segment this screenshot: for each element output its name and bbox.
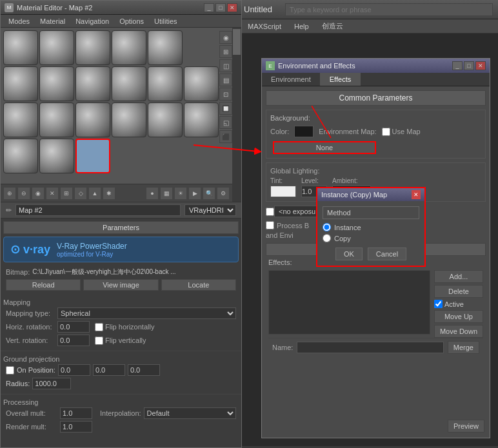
- ground-on-checkbox[interactable]: [6, 366, 14, 375]
- menu-options[interactable]: Options: [114, 16, 149, 26]
- reload-button[interactable]: Reload: [6, 279, 81, 291]
- ground-x[interactable]: [58, 364, 90, 376]
- tb-get-material[interactable]: ⊕: [3, 187, 16, 200]
- instance-radio[interactable]: [323, 223, 331, 231]
- bg-menu-help[interactable]: Help: [288, 21, 315, 32]
- tb-put-assign[interactable]: ◉: [32, 187, 45, 200]
- move-down-button[interactable]: Move Down: [434, 325, 483, 338]
- sphere-preview-13[interactable]: [184, 66, 219, 101]
- sphere-preview-5[interactable]: [148, 30, 183, 65]
- tb-sphere[interactable]: ●: [146, 187, 159, 200]
- sphere-preview-9[interactable]: [75, 66, 110, 101]
- radius-input[interactable]: [32, 378, 71, 389]
- process-bg-checkbox[interactable]: [266, 221, 274, 229]
- tb-unique[interactable]: ◇: [74, 187, 87, 200]
- tb-pick[interactable]: ✱: [103, 187, 115, 200]
- instance-close-button[interactable]: ✕: [412, 190, 421, 199]
- sphere-preview-7[interactable]: [3, 66, 38, 101]
- preview-button[interactable]: Preview: [448, 420, 484, 433]
- env-close[interactable]: ✕: [475, 61, 486, 70]
- ground-y[interactable]: [93, 364, 125, 376]
- minimize-button[interactable]: _: [204, 3, 214, 12]
- sphere-preview-15[interactable]: [39, 102, 74, 137]
- sphere-preview-2[interactable]: [39, 30, 74, 65]
- sphere-preview-14[interactable]: [3, 102, 38, 137]
- sphere-preview-22[interactable]: [39, 139, 74, 173]
- flip-v-checkbox[interactable]: [95, 336, 103, 345]
- menu-modes[interactable]: Modes: [3, 16, 35, 26]
- menu-material[interactable]: Material: [35, 16, 70, 26]
- delete-button[interactable]: Delete: [434, 285, 483, 298]
- gl-tint-swatch[interactable]: [270, 186, 296, 197]
- active-checkbox[interactable]: [434, 300, 443, 308]
- exposure-checkbox[interactable]: [266, 208, 274, 216]
- ground-z[interactable]: [128, 364, 160, 376]
- menu-utilities[interactable]: Utilities: [149, 16, 182, 26]
- locate-button[interactable]: Locate: [161, 279, 236, 291]
- side-icon-5[interactable]: ⊡: [219, 88, 232, 101]
- render-input[interactable]: [60, 421, 92, 433]
- color-swatch[interactable]: [294, 126, 314, 137]
- material-name-input[interactable]: [15, 204, 181, 216]
- interp-select[interactable]: Default: [144, 407, 236, 419]
- bg-search-input[interactable]: [285, 3, 493, 16]
- sphere-preview-21[interactable]: [3, 139, 38, 173]
- bg-menu-maxscript[interactable]: MAXScript: [241, 21, 288, 32]
- mapping-type-select[interactable]: Spherical: [57, 307, 236, 319]
- sphere-preview-19[interactable]: [148, 102, 183, 137]
- horiz-input[interactable]: [57, 321, 90, 333]
- renderer-dropdown[interactable]: VRayHDRI: [184, 204, 236, 216]
- flip-h-checkbox[interactable]: [95, 323, 103, 331]
- view-image-button[interactable]: View image: [83, 279, 158, 291]
- env-minimize[interactable]: _: [452, 61, 463, 70]
- preview-scrollbar[interactable]: [232, 28, 241, 202]
- sphere-preview-17[interactable]: [112, 102, 146, 137]
- sphere-preview-11[interactable]: [148, 66, 183, 101]
- close-button[interactable]: ✕: [227, 3, 237, 12]
- tab-effects[interactable]: Effects: [321, 73, 361, 86]
- overall-input[interactable]: [60, 407, 92, 419]
- sphere-preview-20[interactable]: [184, 102, 219, 137]
- merge-button[interactable]: Merge: [448, 341, 479, 354]
- tb-options[interactable]: ⚙: [217, 187, 230, 200]
- ok-button[interactable]: OK: [335, 248, 363, 260]
- side-icon-4[interactable]: ▤: [219, 73, 232, 86]
- sphere-preview-16[interactable]: [75, 102, 110, 137]
- sphere-preview-1[interactable]: [3, 30, 38, 65]
- effects-name-input[interactable]: [297, 342, 443, 353]
- env-map-button[interactable]: None: [273, 141, 376, 154]
- tb-bg[interactable]: ▦: [160, 187, 173, 200]
- tb-put-to-scene[interactable]: ▲: [88, 187, 101, 200]
- tb-video[interactable]: ▶: [188, 187, 201, 200]
- move-up-button[interactable]: Move Up: [434, 310, 483, 323]
- sphere-preview-4[interactable]: [112, 30, 146, 65]
- use-map-checkbox[interactable]: [382, 128, 390, 136]
- side-icon-1[interactable]: ◉: [219, 31, 232, 44]
- add-button[interactable]: Add...: [434, 270, 483, 283]
- instance-buttons: OK Cancel: [323, 248, 419, 260]
- menu-navigation[interactable]: Navigation: [70, 16, 114, 26]
- sphere-preview-8[interactable]: [39, 66, 74, 101]
- side-icon-3[interactable]: ◫: [219, 59, 232, 72]
- side-icon-2[interactable]: ⊞: [219, 45, 232, 58]
- sphere-preview-3[interactable]: [75, 30, 110, 65]
- copy-radio[interactable]: [323, 234, 331, 242]
- vert-input[interactable]: [57, 335, 90, 346]
- sphere-preview-selected[interactable]: [75, 139, 110, 173]
- tb-magnify[interactable]: 🔍: [203, 187, 215, 200]
- tab-environment[interactable]: Environment: [262, 73, 321, 86]
- tb-copy[interactable]: ⊞: [60, 187, 73, 200]
- maximize-button[interactable]: □: [215, 3, 226, 12]
- side-icon-8[interactable]: ⬛: [219, 130, 232, 143]
- tb-light[interactable]: ☀: [174, 187, 187, 200]
- scrollbar-thumb[interactable]: [233, 29, 241, 55]
- tb-reset[interactable]: ✕: [46, 187, 59, 200]
- cancel-button[interactable]: Cancel: [368, 248, 406, 260]
- sphere-preview-10[interactable]: [112, 66, 146, 101]
- tb-put-material[interactable]: ⊖: [17, 187, 30, 200]
- side-icon-6[interactable]: 🔲: [219, 102, 232, 115]
- bg-menu-cloud[interactable]: 创造云: [315, 20, 350, 32]
- side-icon-7[interactable]: ◱: [219, 116, 232, 129]
- env-maximize[interactable]: □: [464, 61, 474, 70]
- effects-list[interactable]: [268, 270, 430, 335]
